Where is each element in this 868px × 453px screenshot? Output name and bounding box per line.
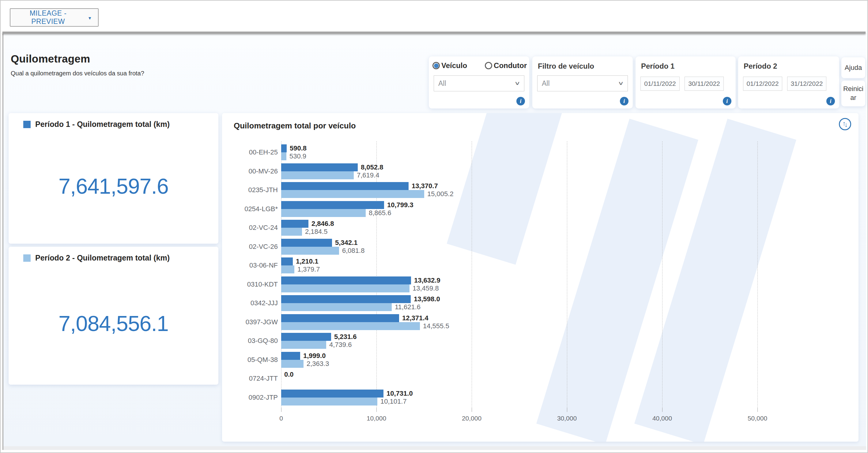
report-selector-dropdown[interactable]: MILEAGE - PREVIEW ▼ (10, 8, 99, 27)
x-tick-label: 20,000 (450, 415, 493, 422)
bar-value-label: 6,081.8 (342, 247, 365, 255)
bar-value-label: 15,005.2 (427, 190, 454, 198)
bar-value-label: 5,231.6 (334, 333, 356, 341)
entity-dropdown[interactable]: All ∨ (434, 76, 524, 91)
bar-period2[interactable] (281, 341, 326, 349)
help-button[interactable]: Ajuda (841, 57, 865, 78)
bar-period1[interactable] (281, 314, 399, 322)
bar-period1[interactable] (281, 295, 411, 303)
radio-condutor-label: Condutor (494, 61, 527, 70)
gridline (662, 141, 662, 408)
info-icon[interactable]: i (517, 97, 525, 106)
bar-value-label: 13,632.9 (414, 277, 440, 284)
reset-button[interactable]: Reiniciar (841, 81, 865, 106)
bar-value-label: 1,210.1 (296, 257, 318, 265)
radio-veiculo[interactable]: Veículo (432, 61, 467, 70)
bar-period1[interactable] (281, 257, 293, 265)
period2-card: Período 2 i (738, 56, 839, 109)
info-icon[interactable]: i (620, 97, 628, 106)
page-subtitle: Qual a quilometragem dos veículos da sua… (11, 70, 144, 77)
category-label: 02-VC-24 (222, 220, 278, 236)
bar-value-label: 530.9 (289, 152, 306, 160)
report-canvas: Quilometragem Qual a quilometragem dos v… (2, 34, 866, 450)
bar-value-label: 10,731.0 (386, 390, 413, 398)
bar-value-label: 2,846.8 (311, 220, 334, 228)
period1-legend-swatch (23, 121, 31, 128)
kpi1-legend-label: Período 1 - Quilometragem total (km) (35, 120, 170, 129)
bar-period1[interactable] (281, 390, 383, 398)
radio-condutor[interactable]: Condutor (485, 61, 527, 70)
radio-veiculo-label: Veículo (441, 61, 467, 70)
bar-value-label: 13,370.7 (412, 182, 438, 190)
category-label: 0902-JTP (222, 390, 278, 405)
category-label: 0724-JTT (222, 371, 278, 387)
bar-period1[interactable] (281, 201, 384, 209)
bar-value-label: 590.8 (290, 144, 307, 152)
bar-chart-card: Quilometragem total por veículo ↑↓ 00-EH… (222, 113, 859, 442)
bar-period2[interactable] (281, 265, 294, 274)
kpi2-legend: Período 2 - Quilometragem total (km) (8, 247, 218, 262)
bar-period2[interactable] (281, 152, 286, 160)
category-label: 00-MV-26 (222, 163, 278, 179)
vehicle-filter-dropdown[interactable]: All ∨ (537, 76, 628, 91)
info-icon[interactable]: i (723, 97, 732, 106)
period1-card: Período 1 i (636, 56, 736, 109)
bar-period2[interactable] (281, 303, 392, 311)
x-tick-label: 50,000 (736, 415, 779, 422)
bar-period2[interactable] (281, 228, 302, 236)
page-header: Quilometragem Qual a quilometragem dos v… (11, 53, 144, 77)
bar-value-label: 8,865.6 (369, 209, 391, 217)
bar-period1[interactable] (281, 333, 331, 341)
period2-end-date-field[interactable] (787, 77, 826, 91)
radio-selected-icon (432, 62, 440, 69)
x-tick-label: 30,000 (546, 415, 588, 422)
bar-value-label: 12,371.4 (402, 314, 429, 322)
bar-period2[interactable] (281, 247, 339, 255)
kpi2-legend-label: Período 2 - Quilometragem total (km) (35, 253, 170, 262)
vehicle-filter-dropdown-value: All (542, 79, 618, 88)
info-icon[interactable]: i (826, 97, 835, 106)
bar-period1[interactable] (281, 144, 287, 152)
bar-value-label: 10,799.3 (387, 201, 413, 209)
chevron-down-icon: ∨ (514, 80, 520, 86)
period2-title: Período 2 (744, 62, 777, 70)
kpi-card-period2: Período 2 - Quilometragem total (km) 7,0… (8, 247, 218, 385)
bar-value-label: 2,184.5 (305, 228, 328, 236)
entity-radio-group: Veículo Condutor (432, 61, 527, 70)
category-label: 0235-JTH (222, 182, 278, 198)
bar-value-label: 10,101.7 (380, 398, 407, 405)
bar-period2[interactable] (281, 360, 304, 368)
bar-period2[interactable] (281, 322, 420, 330)
bar-period1[interactable] (281, 239, 332, 247)
bar-value-label: 2,363.3 (307, 360, 329, 368)
period1-start-date-field[interactable] (641, 77, 680, 91)
chart-plot: 010,00020,00030,00040,00050,000590.8530.… (281, 141, 848, 408)
category-label: 00-EH-25 (222, 144, 278, 160)
vehicle-filter-card: Filtro de veículo All ∨ i (532, 56, 633, 109)
chart-title: Quilometragem total por veículo (234, 121, 356, 131)
bar-value-label: 13,598.0 (414, 295, 440, 303)
gridline (472, 141, 472, 408)
sort-icon[interactable]: ↑↓ (839, 118, 851, 130)
bar-period2[interactable] (281, 190, 424, 198)
bar-period2[interactable] (281, 209, 366, 217)
bar-period2[interactable] (281, 284, 409, 292)
bar-period2[interactable] (281, 171, 354, 179)
bar-period1[interactable] (281, 220, 308, 228)
bar-period1[interactable] (281, 352, 300, 360)
kpi1-value-wrap: 7,641,597.6 (8, 129, 218, 244)
gridline (376, 141, 377, 408)
period1-title: Período 1 (641, 62, 675, 70)
report-top-border (2, 32, 866, 34)
period1-end-date-field[interactable] (685, 77, 724, 91)
bar-value-label: 1,379.7 (298, 265, 320, 274)
bar-period1[interactable] (281, 277, 411, 284)
bar-period1[interactable] (281, 163, 358, 171)
period2-start-date-field[interactable] (743, 77, 782, 91)
category-label: 0310-KDT (222, 277, 278, 292)
category-label: 0397-JGW (222, 314, 278, 330)
bar-period1[interactable] (281, 182, 409, 190)
bar-period2[interactable] (281, 398, 377, 405)
radio-unselected-icon (485, 62, 492, 69)
x-tick-mark (472, 408, 472, 412)
